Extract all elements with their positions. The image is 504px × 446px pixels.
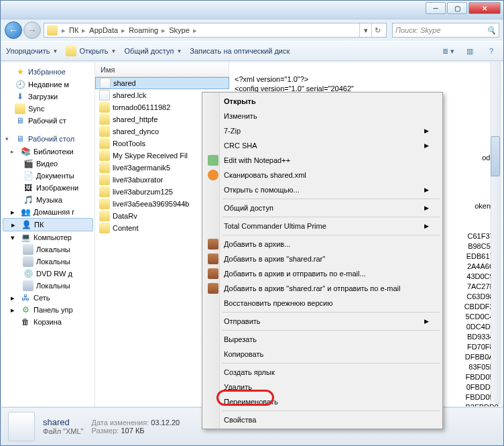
menu-item[interactable]: Отправить▶ [204, 314, 441, 329]
menu-item[interactable]: Добавить в архив... [204, 237, 441, 252]
search-input[interactable]: Поиск: Skype 🔍 [392, 23, 499, 38]
breadcrumb-dropdown[interactable]: ▾ [359, 23, 371, 37]
menu-item[interactable]: Добавить в архив "shared.rar" [204, 252, 441, 266]
folder-icon [99, 126, 110, 137]
menu-label: Копировать [224, 350, 263, 358]
homegroup-icon: 👥 [20, 207, 31, 217]
sidebar-item[interactable]: 🕘Недавние м [1, 78, 94, 91]
file-row[interactable]: shared [95, 77, 229, 89]
breadcrumb-part[interactable]: Roaming [127, 26, 160, 34]
computer-icon: 💻 [20, 232, 31, 243]
rar-icon [208, 283, 218, 294]
menu-separator [223, 410, 440, 411]
back-button[interactable]: ← [5, 21, 22, 39]
menu-label: Добавить в архив "shared.rar" [224, 255, 325, 263]
sidebar-item[interactable]: 🖼Изображени [1, 182, 94, 194]
view-options-icon[interactable]: ≣ ▾ [442, 44, 455, 58]
sidebar-item[interactable]: 🎬Видео [1, 158, 94, 170]
sidebar-item[interactable]: ▾💻Компьютер [1, 231, 94, 243]
sidebar-item[interactable]: Локальны [1, 256, 94, 268]
menu-label: Добавить в архив и отправить по e-mail..… [224, 270, 366, 278]
sidebar-item[interactable]: Локальны [1, 280, 94, 292]
sidebar-item[interactable]: ▸👥Домашняя г [1, 206, 94, 218]
menu-item[interactable]: Сканировать shared.xml [204, 168, 441, 182]
menu-separator [223, 330, 440, 331]
sidebar-item[interactable]: ▸⚙Панель упр [1, 304, 94, 316]
menu-item[interactable]: Добавить в архив и отправить по e-mail..… [204, 266, 441, 281]
menu-item[interactable]: Изменить [204, 109, 441, 123]
minimize-button[interactable]: ─ [426, 2, 446, 14]
menu-item[interactable]: CRC SHA▶ [204, 138, 441, 153]
menu-item[interactable]: Открыть с помощью...▶ [204, 182, 441, 197]
organize-button[interactable]: Упорядочить▼ [6, 47, 58, 55]
menu-item[interactable]: Открыть [204, 94, 441, 109]
menu-label: Добавить в архив "shared.rar" и отправит… [224, 284, 400, 292]
documents-icon: 📄 [23, 170, 34, 181]
forward-button[interactable]: → [23, 21, 41, 39]
menu-item[interactable]: Свойства [204, 412, 441, 427]
menu-item[interactable]: Общий доступ▶ [204, 201, 441, 215]
sidebar-item-selected[interactable]: ▸👤ПК [3, 218, 93, 231]
menu-item[interactable]: Добавить в архив "shared.rar" и отправит… [204, 281, 441, 296]
sidebar-item[interactable]: Локальны [1, 243, 94, 256]
breadcrumb-part[interactable]: Skype [167, 26, 192, 34]
menu-separator [223, 199, 440, 199]
downloads-icon: ⬇ [15, 91, 25, 102]
menu-item[interactable]: Копировать [204, 347, 441, 361]
file-name: live#3aburzum125 [113, 188, 173, 196]
sidebar-item[interactable]: 🗑Корзина [1, 316, 94, 328]
open-icon [66, 46, 76, 56]
sidebar-item[interactable]: ▸📚Библиотеки [1, 146, 94, 158]
menu-item[interactable]: Total Commander Ultima Prime▶ [204, 219, 441, 233]
menu-item[interactable]: Восстановить прежнюю версию [204, 296, 441, 311]
menu-item[interactable]: Удалить [204, 380, 441, 394]
recent-icon: 🕘 [15, 79, 25, 90]
menu-separator [223, 363, 440, 364]
refresh-button[interactable]: ↻ [371, 23, 383, 37]
help-icon[interactable]: ? [485, 44, 498, 58]
disk-icon [23, 244, 34, 255]
menu-label: Вырезать [224, 335, 257, 343]
sidebar-item[interactable]: Sync [1, 103, 94, 115]
sidebar-item[interactable]: 🖥Рабочий ст [1, 115, 94, 127]
menu-item[interactable]: Edit with Notepad++ [204, 153, 441, 168]
status-file-info: shared Файл "XML" [43, 417, 84, 435]
menu-label: Восстановить прежнюю версию [224, 299, 332, 307]
explorer-window: ─ ▢ ✕ ← → ▸ ПК▸ AppData▸ Roaming▸ Skype▸… [0, 0, 504, 446]
folder-icon [99, 162, 110, 173]
sidebar-item[interactable]: 🎵Музыка [1, 194, 94, 206]
folder-icon [99, 150, 110, 161]
np-icon [208, 155, 218, 166]
music-icon: 🎵 [23, 194, 34, 205]
close-button[interactable]: ✕ [468, 2, 501, 14]
menu-item[interactable]: Вырезать [204, 332, 441, 347]
breadcrumb-part[interactable]: ПК [67, 26, 80, 34]
scrollbar[interactable] [491, 62, 501, 404]
sidebar-item[interactable]: ⬇Загрузки [1, 91, 94, 103]
sidebar-item[interactable]: 💿DVD RW д [1, 268, 94, 280]
file-type-icon [8, 412, 35, 441]
sidebar-item[interactable]: ▸🖧Сеть [1, 292, 94, 304]
network-icon: 🖧 [20, 292, 31, 303]
menu-label: Сканировать shared.xml [224, 171, 306, 179]
folder-icon [99, 199, 110, 209]
share-button[interactable]: Общий доступ▼ [125, 47, 182, 55]
menu-label: Добавить в архив... [224, 240, 290, 248]
menu-item[interactable]: Переименовать [204, 394, 441, 409]
user-icon: 👤 [21, 219, 32, 230]
folder-icon [15, 103, 25, 114]
folder-icon [99, 102, 110, 113]
breadcrumb[interactable]: ▸ ПК▸ AppData▸ Roaming▸ Skype▸ ▾ ↻ [44, 23, 387, 38]
preview-pane-icon[interactable]: ▥ [463, 44, 477, 58]
column-header-name[interactable]: Имя [95, 62, 229, 77]
open-button[interactable]: Открыть▼ [66, 46, 116, 56]
desktop-header[interactable]: ▾🖥Рабочий стол [1, 132, 94, 146]
favorites-header[interactable]: ★Избранное [1, 65, 94, 78]
maximize-button[interactable]: ▢ [447, 2, 467, 14]
burn-button[interactable]: Записать на оптический диск [190, 47, 290, 55]
breadcrumb-part[interactable]: AppData [87, 26, 120, 34]
scrollbar-thumb[interactable] [491, 136, 500, 176]
sidebar-item[interactable]: 📄Документы [1, 170, 94, 182]
menu-item[interactable]: Создать ярлык [204, 365, 441, 380]
menu-item[interactable]: 7-Zip▶ [204, 123, 441, 138]
